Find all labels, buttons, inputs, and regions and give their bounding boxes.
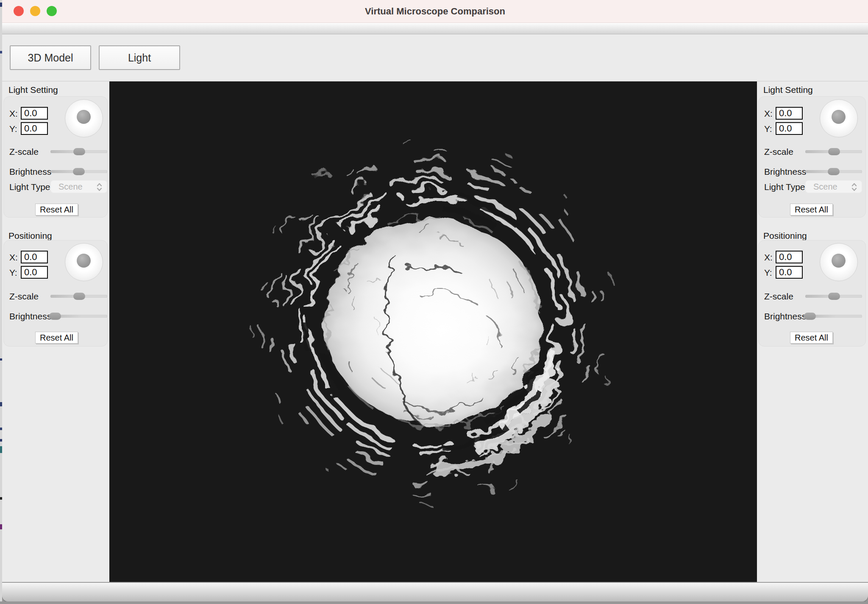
z-scale-slider[interactable] xyxy=(805,293,862,300)
slider-thumb[interactable] xyxy=(804,313,816,320)
z-scale-slider[interactable] xyxy=(805,148,862,155)
position-x-input[interactable] xyxy=(21,251,48,263)
z-scale-slider[interactable] xyxy=(50,148,107,155)
tab-light[interactable]: Light xyxy=(99,45,180,70)
light-y-input[interactable] xyxy=(776,122,803,135)
light-direction-joystick[interactable] xyxy=(820,99,858,137)
y-label: Y: xyxy=(9,268,17,278)
app-window: Virtual Microscope Comparison 3D Model L… xyxy=(0,0,868,604)
reset-all-button[interactable]: Reset All xyxy=(35,204,78,215)
light-type-label: Light Type xyxy=(9,182,50,192)
position-y-input[interactable] xyxy=(21,266,48,279)
z-scale-label: Z-scale xyxy=(764,291,793,302)
light-type-value: Scene xyxy=(58,182,83,192)
slider-thumb[interactable] xyxy=(73,148,85,155)
positioning-title: Positioning xyxy=(763,231,807,241)
reset-all-button[interactable]: Reset All xyxy=(790,332,833,344)
y-label: Y: xyxy=(764,124,772,134)
window-title: Virtual Microscope Comparison xyxy=(2,0,868,22)
tab-3d-model[interactable]: 3D Model xyxy=(10,45,91,70)
light-type-select[interactable]: Scene xyxy=(50,180,107,193)
joystick-knob[interactable] xyxy=(832,110,846,124)
titlebar[interactable]: Virtual Microscope Comparison xyxy=(2,0,868,23)
brightness-slider[interactable] xyxy=(50,168,107,175)
light-direction-joystick[interactable] xyxy=(65,99,103,137)
light-setting-group: X: Y: Z-scale Brightness Light Type xyxy=(758,96,866,218)
brightness-slider[interactable] xyxy=(805,168,862,175)
brightness-label: Brightness xyxy=(764,167,806,177)
brightness-label: Brightness xyxy=(764,311,806,322)
brightness-label: Brightness xyxy=(9,167,51,177)
light-x-input[interactable] xyxy=(776,107,803,120)
y-label: Y: xyxy=(764,268,772,278)
light-type-label: Light Type xyxy=(764,182,805,192)
slider-thumb[interactable] xyxy=(828,168,840,175)
x-label: X: xyxy=(764,109,773,119)
window-bottom-bar xyxy=(2,582,868,601)
joystick-knob[interactable] xyxy=(832,254,846,268)
left-control-sidebar: Light Setting X: Y: Z-scale Brightness xyxy=(2,81,109,582)
slider-thumb[interactable] xyxy=(828,293,840,300)
reset-all-button[interactable]: Reset All xyxy=(790,204,833,215)
z-scale-label: Z-scale xyxy=(9,291,39,302)
positioning-joystick[interactable] xyxy=(65,243,103,281)
x-label: X: xyxy=(9,109,18,119)
light-setting-title: Light Setting xyxy=(763,85,813,95)
right-control-sidebar: Light Setting X: Y: Z-scale Brightness xyxy=(757,81,868,582)
y-label: Y: xyxy=(9,124,17,134)
brightness-slider[interactable] xyxy=(805,313,862,320)
chevron-updown-icon xyxy=(851,182,858,192)
brightness-slider[interactable] xyxy=(50,313,107,320)
positioning-group: X: Y: Z-scale Brightness Reset All xyxy=(758,240,866,347)
z-scale-label: Z-scale xyxy=(9,147,39,157)
light-type-value: Scene xyxy=(813,182,837,192)
z-scale-slider[interactable] xyxy=(50,293,107,300)
position-y-input[interactable] xyxy=(776,266,803,279)
x-label: X: xyxy=(764,252,773,263)
light-type-select[interactable]: Scene xyxy=(805,180,862,193)
light-y-input[interactable] xyxy=(21,122,48,135)
light-x-input[interactable] xyxy=(21,107,48,120)
desktop-edge-strip xyxy=(0,601,868,604)
joystick-knob[interactable] xyxy=(77,254,91,268)
slider-thumb[interactable] xyxy=(49,313,61,320)
3d-viewport[interactable] xyxy=(109,81,757,582)
light-setting-title: Light Setting xyxy=(8,85,58,95)
z-scale-label: Z-scale xyxy=(764,147,793,157)
slider-thumb[interactable] xyxy=(73,293,85,300)
chevron-updown-icon xyxy=(96,182,103,192)
light-setting-group: X: Y: Z-scale Brightness Light Type xyxy=(3,96,108,218)
x-label: X: xyxy=(9,252,18,263)
positioning-joystick[interactable] xyxy=(820,243,858,281)
main-content: 3D Model Light Light Setting X: Y: Z-sca… xyxy=(2,34,868,582)
slider-thumb[interactable] xyxy=(73,168,85,175)
specimen-render xyxy=(109,81,757,582)
positioning-group: X: Y: Z-scale Brightness Reset All xyxy=(3,240,108,347)
toolbar-strip xyxy=(2,23,868,34)
positioning-title: Positioning xyxy=(8,231,52,241)
reset-all-button[interactable]: Reset All xyxy=(35,332,78,344)
joystick-knob[interactable] xyxy=(77,110,91,124)
brightness-label: Brightness xyxy=(9,311,51,322)
slider-thumb[interactable] xyxy=(828,148,840,155)
position-x-input[interactable] xyxy=(776,251,803,263)
